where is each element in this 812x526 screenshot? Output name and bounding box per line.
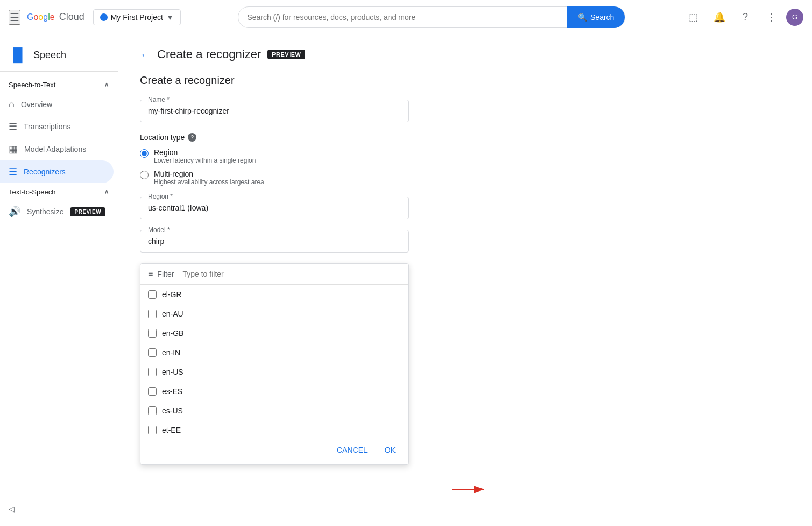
dropdown-ok-button[interactable]: OK — [380, 443, 400, 458]
chevron-down-icon: ▼ — [166, 13, 174, 22]
collapse-stt-icon: ∧ — [104, 80, 109, 89]
language-option-es-ES[interactable]: es-ES — [140, 382, 408, 401]
multiregion-label: Multi-region — [154, 170, 264, 178]
model-field-label: Model * — [146, 226, 172, 234]
region-radio-item: Region Lower latency within a single reg… — [140, 148, 409, 164]
project-selector[interactable]: My First Project ▼ — [93, 9, 181, 25]
dropdown-filter: ≡ Filter — [140, 264, 408, 285]
checkbox-en-GB[interactable] — [148, 329, 157, 338]
location-type-section: Location type ? Region Lower latency wit… — [140, 133, 409, 186]
multiregion-radio-item: Multi-region Highest availability across… — [140, 170, 409, 186]
sidebar-item-overview[interactable]: ⌂ Overview — [0, 93, 114, 115]
transcriptions-icon: ☰ — [9, 121, 17, 132]
page-preview-badge: PREVIEW — [267, 50, 305, 59]
search-bar[interactable]: 🔍 Search — [238, 6, 625, 28]
checkbox-en-AU[interactable] — [148, 310, 157, 318]
sidebar-item-synthesize[interactable]: 🔊 Synthesize PREVIEW — [0, 200, 114, 223]
language-option-es-US[interactable]: es-US — [140, 401, 408, 420]
sidebar-section-tts[interactable]: Text-to-Speech ∧ — [0, 183, 118, 200]
page-title: Create a recognizer — [157, 47, 261, 61]
region-field: Region * us-central1 (Iowa) — [140, 197, 409, 219]
region-select[interactable]: us-central1 (Iowa) — [148, 204, 401, 212]
checkbox-el-GR[interactable] — [148, 290, 157, 299]
multiregion-sub-label: Highest availability across largest area — [154, 178, 264, 186]
speech-app-icon: ▐▌ — [9, 47, 27, 62]
language-option-et-EE[interactable]: et-EE — [140, 420, 408, 436]
top-nav: ☰ Google Cloud My First Project ▼ 🔍 Sear… — [0, 0, 812, 34]
create-recognizer-form: Create a recognizer Name * Location type… — [140, 74, 409, 389]
checkbox-en-US[interactable] — [148, 368, 157, 376]
filter-icon: ≡ — [148, 269, 153, 279]
multiregion-radio[interactable] — [140, 171, 149, 179]
name-field: Name * — [140, 100, 409, 122]
nav-icons: ⬚ 🔔 ? ⋮ G — [683, 6, 803, 28]
project-dot — [100, 13, 108, 21]
language-option-el-GR[interactable]: el-GR — [140, 285, 408, 304]
language-dropdown-panel: ≡ Filter el-GR en-AU en-GB en-IN en-US e… — [140, 263, 409, 465]
hamburger-menu[interactable]: ☰ — [9, 10, 20, 25]
recognizers-icon: ☰ — [9, 166, 17, 178]
region-label: Region — [154, 148, 256, 157]
synthesize-preview-badge: PREVIEW — [70, 207, 105, 216]
search-input[interactable] — [247, 13, 567, 22]
help-icon[interactable]: ? — [188, 133, 196, 142]
checkbox-es-US[interactable] — [148, 406, 157, 415]
location-type-radio-group: Region Lower latency within a single reg… — [140, 148, 409, 186]
search-button[interactable]: 🔍 Search — [567, 6, 625, 28]
language-option-en-GB[interactable]: en-GB — [140, 324, 408, 343]
region-radio[interactable] — [140, 149, 149, 158]
annotation-arrow-ok — [248, 479, 570, 506]
region-select-container: Region * us-central1 (Iowa) — [140, 197, 409, 219]
language-option-en-US[interactable]: en-US — [140, 362, 408, 382]
region-field-label: Region * — [146, 193, 175, 200]
checkbox-et-EE[interactable] — [148, 426, 157, 434]
sidebar: ▐▌ Speech Speech-to-Text ∧ ⌂ Overview ☰ … — [0, 34, 118, 526]
sidebar-app-header: ▐▌ Speech — [0, 43, 118, 72]
language-option-en-IN[interactable]: en-IN — [140, 343, 408, 362]
name-field-label: Name * — [146, 96, 172, 103]
form-title: Create a recognizer — [140, 74, 409, 87]
terminal-icon-button[interactable]: ⬚ — [683, 6, 704, 28]
model-select-container: Model * chirp — [140, 230, 409, 253]
location-type-label: Location type ? — [140, 133, 409, 142]
name-input-container: Name * — [140, 100, 409, 122]
language-list: el-GR en-AU en-GB en-IN en-US es-ES es-U… — [140, 285, 408, 436]
home-icon: ⌂ — [9, 99, 15, 110]
name-input[interactable] — [148, 107, 401, 115]
avatar[interactable]: G — [786, 9, 803, 26]
sidebar-item-recognizers[interactable]: ☰ Recognizers — [0, 160, 114, 183]
filter-label: Filter — [157, 270, 174, 278]
more-options-button[interactable]: ⋮ — [760, 6, 782, 28]
region-sub-label: Lower latency within a single region — [154, 157, 256, 164]
language-codes-container: Language Codes * ≡ Filter el-GR en-AU — [140, 263, 409, 299]
model-adaptations-icon: ▦ — [9, 143, 18, 155]
google-cloud-logo: Google Cloud — [27, 11, 84, 23]
synthesize-icon: 🔊 — [9, 206, 20, 218]
dropdown-footer: CANCEL OK — [140, 436, 408, 464]
filter-input[interactable] — [182, 270, 401, 278]
checkbox-en-IN[interactable] — [148, 348, 157, 357]
page-header: ← Create a recognizer PREVIEW — [140, 47, 790, 61]
collapse-tts-icon: ∧ — [104, 187, 109, 196]
language-option-en-AU[interactable]: en-AU — [140, 304, 408, 324]
model-select[interactable]: chirp — [148, 237, 401, 246]
checkbox-es-ES[interactable] — [148, 387, 157, 396]
dropdown-cancel-button[interactable]: CANCEL — [333, 443, 372, 458]
sidebar-item-model-adaptations[interactable]: ▦ Model Adaptations — [0, 138, 114, 160]
search-icon: 🔍 — [578, 13, 587, 22]
project-name: My First Project — [111, 13, 163, 22]
model-field: Model * chirp — [140, 230, 409, 253]
help-button[interactable]: ? — [735, 6, 756, 28]
layout: ▐▌ Speech Speech-to-Text ∧ ⌂ Overview ☰ … — [0, 34, 812, 526]
back-button[interactable]: ← — [140, 48, 151, 61]
collapse-sidebar-btn[interactable]: ◁ — [0, 500, 23, 517]
sidebar-item-transcriptions[interactable]: ☰ Transcriptions — [0, 115, 114, 138]
cloud-label: Cloud — [59, 11, 84, 23]
sidebar-app-name: Speech — [33, 50, 66, 61]
notifications-button[interactable]: 🔔 — [709, 6, 730, 28]
sidebar-section-stt[interactable]: Speech-to-Text ∧ — [0, 76, 118, 93]
main-content: ← Create a recognizer PREVIEW Create a r… — [118, 34, 812, 526]
